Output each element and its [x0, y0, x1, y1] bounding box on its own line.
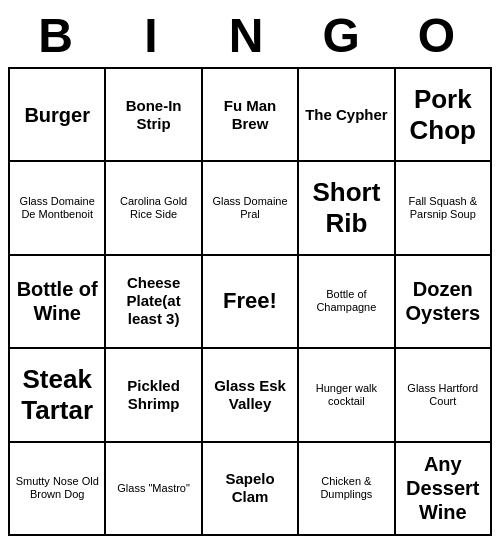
cell-text-7: Glass Domaine Pral	[206, 195, 294, 221]
title-b: B	[12, 8, 107, 63]
cell-text-11: Cheese Plate(at least 3)	[109, 274, 197, 328]
bingo-cell-20: Smutty Nose Old Brown Dog	[10, 443, 106, 536]
cell-text-23: Chicken & Dumplings	[302, 475, 390, 501]
bingo-cell-4: Pork Chop	[396, 69, 492, 162]
bingo-cell-16: Pickled Shrimp	[106, 349, 202, 442]
bingo-cell-22: Sapelo Clam	[203, 443, 299, 536]
cell-text-17: Glass Esk Valley	[206, 377, 294, 413]
cell-text-3: The Cypher	[305, 106, 388, 124]
bingo-cell-7: Glass Domaine Pral	[203, 162, 299, 255]
title-n: N	[202, 8, 297, 63]
bingo-cell-3: The Cypher	[299, 69, 395, 162]
bingo-cell-2: Fu Man Brew	[203, 69, 299, 162]
bingo-cell-18: Hunger walk cocktail	[299, 349, 395, 442]
bingo-cell-9: Fall Squash & Parsnip Soup	[396, 162, 492, 255]
cell-text-6: Carolina Gold Rice Side	[109, 195, 197, 221]
bingo-cell-5: Glass Domaine De Montbenoit	[10, 162, 106, 255]
bingo-cell-10: Bottle of Wine	[10, 256, 106, 349]
bingo-cell-23: Chicken & Dumplings	[299, 443, 395, 536]
bingo-cell-24: Any Dessert Wine	[396, 443, 492, 536]
cell-text-16: Pickled Shrimp	[109, 377, 197, 413]
cell-text-14: Dozen Oysters	[399, 277, 487, 325]
cell-text-15: Steak Tartar	[13, 364, 101, 426]
cell-text-20: Smutty Nose Old Brown Dog	[13, 475, 101, 501]
cell-text-22: Sapelo Clam	[206, 470, 294, 506]
bingo-cell-1: Bone-In Strip	[106, 69, 202, 162]
cell-text-18: Hunger walk cocktail	[302, 382, 390, 408]
bingo-cell-11: Cheese Plate(at least 3)	[106, 256, 202, 349]
bingo-cell-6: Carolina Gold Rice Side	[106, 162, 202, 255]
bingo-cell-19: Glass Hartford Court	[396, 349, 492, 442]
bingo-cell-8: Short Rib	[299, 162, 395, 255]
title-o: O	[393, 8, 488, 63]
cell-text-24: Any Dessert Wine	[399, 452, 487, 524]
cell-text-13: Bottle of Champagne	[302, 288, 390, 314]
bingo-cell-14: Dozen Oysters	[396, 256, 492, 349]
cell-text-8: Short Rib	[302, 177, 390, 239]
cell-text-0: Burger	[24, 103, 90, 127]
cell-text-1: Bone-In Strip	[109, 97, 197, 133]
cell-text-9: Fall Squash & Parsnip Soup	[399, 195, 487, 221]
title-g: G	[298, 8, 393, 63]
bingo-cell-17: Glass Esk Valley	[203, 349, 299, 442]
bingo-cell-0: Burger	[10, 69, 106, 162]
cell-text-2: Fu Man Brew	[206, 97, 294, 133]
bingo-grid: BurgerBone-In StripFu Man BrewThe Cypher…	[8, 67, 492, 536]
cell-text-4: Pork Chop	[399, 84, 487, 146]
cell-text-10: Bottle of Wine	[13, 277, 101, 325]
cell-text-19: Glass Hartford Court	[399, 382, 487, 408]
cell-text-21: Glass "Mastro"	[117, 482, 190, 495]
bingo-cell-13: Bottle of Champagne	[299, 256, 395, 349]
bingo-cell-21: Glass "Mastro"	[106, 443, 202, 536]
bingo-cell-15: Steak Tartar	[10, 349, 106, 442]
bingo-title: B I N G O	[8, 8, 492, 63]
cell-text-5: Glass Domaine De Montbenoit	[13, 195, 101, 221]
title-i: I	[107, 8, 202, 63]
cell-text-12: Free!	[223, 288, 277, 314]
bingo-cell-12: Free!	[203, 256, 299, 349]
